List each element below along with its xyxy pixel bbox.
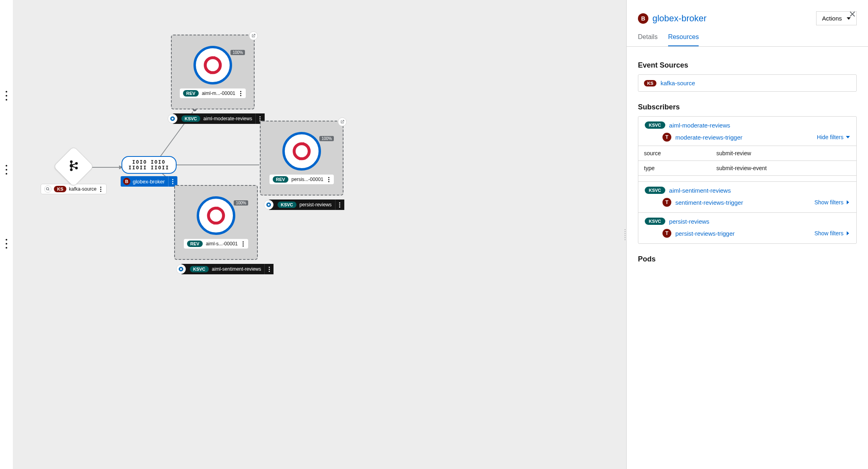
- close-button[interactable]: ✕: [846, 9, 858, 20]
- svg-point-18: [75, 167, 78, 169]
- chevron-down-icon: [846, 135, 850, 139]
- event-source-link[interactable]: kafka-source: [660, 80, 695, 86]
- ksvc-label: aiml-moderate-reviews: [204, 116, 255, 121]
- hide-filters-toggle[interactable]: Hide filters: [817, 134, 850, 140]
- tab-resources[interactable]: Resources: [668, 33, 699, 46]
- broker-bar[interactable]: B globex-broker: [121, 176, 177, 187]
- trigger-link[interactable]: sentiment-reviews-trigger: [675, 199, 743, 206]
- app-icon: [197, 196, 235, 235]
- traffic-pct: 100%: [230, 50, 245, 55]
- ksvc-menu[interactable]: [338, 202, 342, 208]
- subscribers-list: KSVC aiml-moderate-reviews T moderate-re…: [638, 116, 857, 244]
- ksvc-label: aiml-sentiment-reviews: [212, 266, 265, 272]
- subscriber-ksvc-link[interactable]: aiml-moderate-reviews: [669, 122, 730, 129]
- trigger-badge-icon: T: [662, 133, 671, 142]
- trigger-link[interactable]: persist-reviews-trigger: [675, 230, 735, 237]
- chevron-right-icon: [846, 200, 850, 204]
- ksvc-badge: KSVC: [645, 121, 665, 129]
- broker-node[interactable]: IOIO IOIOIIOII IIOII B globex-broker: [121, 156, 177, 187]
- chevron-right-icon: [846, 231, 850, 235]
- svg-point-16: [70, 169, 73, 171]
- filter-key: type: [638, 161, 711, 175]
- section-subscribers: Subscribers: [638, 103, 857, 111]
- open-url-button[interactable]: [249, 31, 258, 40]
- service-node-moderate[interactable]: 100% REV aiml-m...-00001: [171, 35, 255, 109]
- service-node-persist[interactable]: 100% REV persis...-00001: [260, 121, 343, 195]
- revision-label: aiml-m...-00001: [202, 91, 235, 96]
- subscriber-item-sentiment: KSVC aiml-sentiment-reviews T sentiment-…: [638, 182, 856, 213]
- revision-menu[interactable]: [327, 177, 331, 182]
- rail-drag-handle-3[interactable]: [3, 239, 10, 249]
- rev-badge: REV: [187, 241, 203, 247]
- open-url-button[interactable]: [338, 117, 347, 126]
- ksvc-badge: KSVC: [190, 266, 209, 272]
- ksvc-badge: KSVC: [278, 202, 296, 208]
- revision-label: aiml-s...-00001: [206, 241, 238, 247]
- revision-row[interactable]: REV persis...-00001: [269, 175, 334, 184]
- tab-details[interactable]: Details: [638, 33, 658, 46]
- ksvc-badge: KSVC: [181, 115, 200, 122]
- ksvc-bar-persist[interactable]: KSVC persist-reviews: [269, 200, 344, 210]
- subscriber-ksvc-link[interactable]: persist-reviews: [669, 218, 710, 225]
- ksvc-bar-sentiment[interactable]: KSVC aiml-sentiment-reviews: [181, 264, 274, 274]
- traffic-pct: 100%: [234, 200, 248, 206]
- kafka-source-label: kafka-source: [69, 186, 97, 192]
- rev-badge: REV: [183, 90, 199, 97]
- ksvc-menu[interactable]: [267, 267, 271, 272]
- revision-label: persis...-00001: [292, 177, 323, 182]
- actions-label: Actions: [822, 15, 842, 22]
- filter-key: source: [638, 146, 711, 160]
- filter-row: type submit-review-event: [638, 161, 856, 175]
- search-icon: [44, 185, 51, 193]
- kafka-node-icon: [53, 146, 94, 187]
- knative-icon: [176, 264, 186, 274]
- ks-badge: KS: [644, 80, 656, 86]
- app-icon: [193, 46, 232, 84]
- topology-canvas[interactable]: KS kafka-source IOIO IOIOIIOII IIOII B g…: [13, 0, 627, 469]
- filters-table: source submit-review type submit-review-…: [638, 146, 857, 176]
- service-node-sentiment[interactable]: 100% REV aiml-s...-00001: [174, 185, 258, 260]
- svg-point-19: [46, 187, 49, 190]
- svg-point-14: [70, 160, 73, 163]
- revision-row[interactable]: REV aiml-m...-00001: [180, 88, 246, 98]
- details-panel: ✕ B globex-broker Actions Details Resour…: [627, 0, 868, 469]
- trigger-badge-icon: T: [662, 198, 671, 207]
- rail-drag-handle-1[interactable]: [3, 91, 10, 101]
- panel-title[interactable]: globex-broker: [652, 13, 707, 24]
- svg-point-20: [205, 58, 220, 72]
- broker-pill: IOIO IOIOIIOII IIOII: [121, 156, 177, 174]
- panel-resize-handle[interactable]: [623, 224, 627, 245]
- revision-menu[interactable]: [239, 91, 243, 96]
- ksvc-badge: KSVC: [645, 218, 665, 225]
- svg-point-25: [268, 204, 270, 206]
- subscriber-ksvc-link[interactable]: aiml-sentiment-reviews: [669, 187, 731, 194]
- trigger-badge-icon: T: [662, 229, 671, 238]
- svg-point-23: [294, 144, 309, 158]
- ks-badge: KS: [54, 186, 66, 192]
- event-source-item[interactable]: KS kafka-source: [638, 74, 857, 92]
- filter-value: submit-review: [711, 146, 856, 160]
- show-filters-toggle[interactable]: Show filters: [815, 230, 850, 237]
- svg-point-28: [180, 268, 182, 270]
- show-filters-toggle[interactable]: Show filters: [815, 199, 850, 206]
- revision-menu[interactable]: [241, 241, 245, 247]
- ksvc-bar-moderate[interactable]: KSVC aiml-moderate-reviews: [173, 113, 265, 124]
- left-rail: [0, 0, 13, 469]
- panel-tabs: Details Resources: [627, 29, 868, 47]
- filter-row: source submit-review: [638, 146, 856, 161]
- broker-badge-icon: B: [638, 13, 648, 24]
- subscriber-item-persist: KSVC persist-reviews T persist-reviews-t…: [638, 213, 856, 243]
- broker-menu[interactable]: [171, 179, 175, 184]
- kafka-source-menu[interactable]: [99, 187, 103, 192]
- section-pods: Pods: [638, 255, 857, 263]
- broker-label: globex-broker: [133, 179, 168, 185]
- rev-badge: REV: [273, 176, 288, 183]
- trigger-link[interactable]: moderate-reviews-trigger: [675, 134, 743, 141]
- svg-point-26: [208, 208, 223, 223]
- knative-icon: [264, 200, 274, 210]
- revision-row[interactable]: REV aiml-s...-00001: [184, 239, 248, 249]
- rail-drag-handle-2[interactable]: [3, 165, 10, 175]
- svg-point-17: [75, 162, 78, 165]
- ksvc-badge: KSVC: [645, 187, 665, 194]
- kafka-source-node[interactable]: KS kafka-source: [41, 152, 106, 194]
